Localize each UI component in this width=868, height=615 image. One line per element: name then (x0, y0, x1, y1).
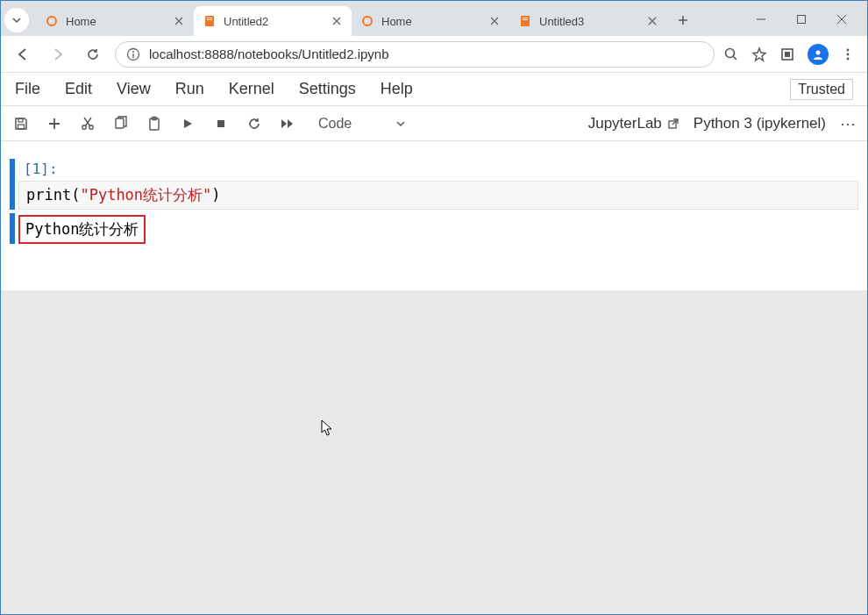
restart-run-all-button[interactable] (278, 114, 297, 133)
code-close-paren: ) (211, 186, 220, 204)
url-text: localhost:8888/notebooks/Untitled2.ipynb (149, 46, 389, 61)
output-cell: Python统计分析 (10, 213, 858, 244)
svg-rect-8 (798, 16, 806, 24)
cell-output: Python统计分析 (18, 215, 146, 244)
cell-collapser[interactable] (10, 159, 15, 210)
mouse-cursor-icon (321, 419, 335, 437)
code-string: "Python统计分析" (80, 186, 211, 204)
restart-button[interactable] (245, 114, 264, 133)
menu-view[interactable]: View (117, 80, 151, 98)
svg-rect-14 (785, 52, 790, 57)
browser-tab-home-1[interactable]: Home (36, 6, 194, 36)
svg-point-16 (847, 48, 850, 51)
svg-rect-6 (523, 18, 528, 18)
browser-tab-untitled3[interactable]: Untitled3 (509, 6, 667, 36)
notebook-icon (203, 14, 217, 28)
menu-file[interactable]: File (15, 80, 40, 98)
notebook-icon (518, 14, 532, 28)
svg-rect-26 (217, 120, 224, 127)
site-info-icon[interactable] (126, 47, 140, 61)
back-button[interactable] (10, 41, 36, 68)
code-open-paren: ( (71, 186, 80, 204)
tab-title: Untitled3 (539, 15, 639, 28)
code-func: print (26, 186, 71, 204)
close-window-button[interactable] (822, 6, 862, 32)
url-input[interactable]: localhost:8888/notebooks/Untitled2.ipynb (115, 41, 715, 68)
menu-run[interactable]: Run (175, 80, 204, 98)
tab-search-dropdown[interactable] (4, 8, 29, 32)
svg-rect-11 (132, 54, 133, 58)
jupyter-icon (45, 14, 59, 28)
notebook-area: [1]: print("Python统计分析") Python统计分析 (1, 141, 867, 290)
interrupt-button[interactable] (211, 114, 231, 133)
jupyter-toolbar: Code JupyterLab Python 3 (ipykernel) ⋯ (1, 106, 867, 141)
input-prompt: [1]: (18, 159, 62, 177)
copy-button[interactable] (111, 114, 131, 133)
menu-kernel[interactable]: Kernel (229, 80, 274, 98)
search-icon[interactable] (723, 46, 739, 62)
svg-point-17 (847, 53, 850, 55)
trusted-badge[interactable]: Trusted (790, 79, 853, 100)
svg-rect-3 (207, 19, 212, 20)
chevron-down-icon (11, 15, 22, 25)
tab-title: Home (381, 15, 481, 28)
menu-edit[interactable]: Edit (65, 80, 92, 98)
profile-avatar[interactable] (808, 44, 829, 65)
close-tab-icon[interactable] (331, 15, 343, 27)
maximize-button[interactable] (781, 6, 822, 32)
tab-title: Home (66, 15, 166, 28)
browser-tab-home-2[interactable]: Home (352, 6, 509, 36)
save-button[interactable] (11, 114, 31, 133)
insert-cell-button[interactable] (45, 114, 64, 133)
svg-point-4 (363, 17, 372, 25)
cut-button[interactable] (78, 114, 97, 133)
jupyterlab-label: JupyterLab (588, 115, 662, 132)
svg-rect-23 (116, 118, 124, 128)
svg-point-12 (726, 48, 735, 57)
address-bar: localhost:8888/notebooks/Untitled2.ipynb (1, 36, 867, 73)
svg-rect-7 (523, 19, 528, 20)
browser-tab-untitled2[interactable]: Untitled2 (194, 6, 352, 36)
more-actions-button[interactable]: ⋯ (840, 114, 857, 133)
new-tab-button[interactable] (671, 8, 695, 32)
svg-rect-1 (205, 16, 214, 26)
close-tab-icon[interactable] (646, 15, 658, 27)
menu-help[interactable]: Help (381, 80, 413, 98)
jupyter-icon (360, 14, 374, 28)
jupyterlab-link[interactable]: JupyterLab (588, 115, 679, 132)
run-button[interactable] (178, 114, 197, 133)
code-cell[interactable]: [1]: print("Python统计分析") (10, 159, 858, 210)
svg-point-0 (47, 17, 56, 25)
extensions-icon[interactable] (779, 46, 795, 62)
close-tab-icon[interactable] (173, 15, 185, 27)
window-controls (741, 6, 862, 32)
chevron-down-icon (395, 118, 406, 129)
reload-button[interactable] (80, 41, 106, 68)
svg-rect-5 (521, 16, 530, 26)
menu-icon[interactable] (841, 47, 855, 61)
svg-point-10 (132, 51, 134, 53)
browser-tab-strip: Home Untitled2 Home Untitled3 (1, 1, 867, 36)
svg-rect-2 (207, 18, 212, 18)
cell-type-select[interactable]: Code (311, 112, 430, 135)
menu-settings[interactable]: Settings (299, 80, 356, 98)
bookmark-icon[interactable] (751, 46, 767, 62)
close-tab-icon[interactable] (488, 15, 501, 27)
jupyter-menubar: File Edit View Run Kernel Settings Help … (1, 73, 867, 106)
forward-button[interactable] (45, 41, 71, 68)
output-collapser[interactable] (10, 213, 15, 244)
external-link-icon (667, 118, 679, 130)
cell-type-value: Code (318, 116, 352, 132)
kernel-indicator[interactable]: Python 3 (ipykernel) (694, 115, 826, 132)
svg-point-18 (847, 57, 850, 60)
tab-title: Untitled2 (224, 15, 324, 28)
code-input[interactable]: print("Python统计分析") (18, 181, 858, 210)
paste-button[interactable] (145, 114, 164, 133)
minimize-button[interactable] (741, 6, 781, 32)
svg-point-15 (816, 50, 821, 54)
